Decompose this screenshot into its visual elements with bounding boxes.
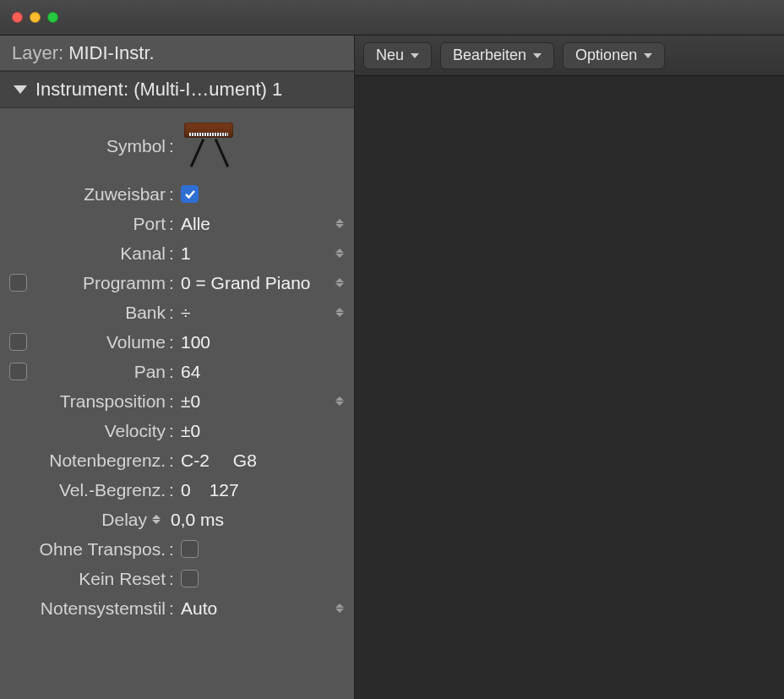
port-stepper[interactable] — [335, 219, 344, 228]
pan-value[interactable]: 64 — [179, 362, 346, 382]
bank-stepper[interactable] — [335, 308, 344, 317]
programm-label: Programm — [30, 273, 169, 293]
velocity-label: Velocity — [30, 421, 169, 441]
delay-value[interactable]: 0,0 ms — [169, 510, 346, 530]
notensystemstil-value[interactable]: Auto — [179, 598, 335, 619]
kanal-label: Kanal — [30, 243, 169, 264]
notensystemstil-stepper[interactable] — [335, 603, 344, 613]
environment-canvas[interactable]: Neu Bearbeiten Optionen 1234567891011121… — [355, 35, 784, 699]
section-title: Instrument: (Multi-I…ument) 1 — [35, 79, 282, 101]
transposition-label: Transposition — [30, 391, 169, 412]
chevron-down-icon — [644, 53, 652, 58]
port-value[interactable]: Alle — [179, 214, 335, 234]
symbol-picker[interactable] — [179, 119, 346, 173]
ohnetranspos-checkbox[interactable] — [181, 540, 199, 558]
notelimit-label: Notenbegrenz. — [30, 451, 169, 471]
window-controls — [12, 12, 58, 23]
vellimit-high[interactable]: 127 — [210, 480, 239, 500]
layer-key: Layer: — [12, 42, 63, 64]
notelimit-high[interactable]: G8 — [233, 451, 257, 471]
canvas-toolbar: Neu Bearbeiten Optionen — [355, 35, 784, 76]
symbol-label: Symbol — [30, 136, 169, 156]
bank-value[interactable]: ÷ — [179, 303, 335, 323]
transposition-stepper[interactable] — [335, 396, 344, 406]
keinreset-checkbox[interactable] — [181, 570, 199, 587]
pan-label: Pan — [30, 362, 169, 382]
ohnetranspos-label: Ohne Transpos. — [30, 539, 169, 560]
chevron-down-icon — [411, 53, 419, 58]
notensystemstil-label: Notensystemstil — [30, 598, 169, 619]
zuweisbar-label: Zuweisbar — [30, 184, 169, 205]
bank-label: Bank — [30, 303, 169, 323]
disclose-triangle-icon — [14, 85, 27, 94]
volume-label: Volume — [30, 332, 169, 352]
transposition-value[interactable]: ±0 — [179, 391, 335, 412]
volume-value[interactable]: 100 — [179, 332, 346, 352]
delay-mode-stepper[interactable] — [152, 515, 161, 524]
volume-enable-checkbox[interactable] — [9, 333, 27, 351]
bearbeiten-menu[interactable]: Bearbeiten — [440, 42, 554, 69]
programm-enable-checkbox[interactable] — [9, 274, 27, 292]
programm-value[interactable]: 0 = Grand Piano — [179, 273, 335, 293]
kanal-stepper[interactable] — [335, 248, 344, 258]
optionen-menu[interactable]: Optionen — [563, 42, 665, 69]
delay-label: Delay — [101, 510, 147, 530]
notelimit-low[interactable]: C-2 — [181, 451, 210, 471]
chevron-down-icon — [533, 53, 542, 58]
neu-menu[interactable]: Neu — [363, 42, 432, 69]
programm-stepper[interactable] — [335, 278, 344, 287]
window-titlebar — [0, 0, 784, 35]
velocity-value[interactable]: ±0 — [179, 421, 346, 441]
vellimit-label: Vel.-Begrenz. — [30, 480, 169, 500]
kanal-value[interactable]: 1 — [179, 243, 335, 264]
zuweisbar-checkbox[interactable] — [181, 185, 199, 203]
inspector-sidebar: Layer: MIDI-Instr. Instrument: (Multi-I…… — [0, 35, 355, 699]
section-header[interactable]: Instrument: (Multi-I…ument) 1 — [0, 71, 354, 108]
layer-value: MIDI-Instr. — [68, 42, 154, 64]
pan-enable-checkbox[interactable] — [9, 363, 27, 380]
layer-selector[interactable]: Layer: MIDI-Instr. — [0, 35, 354, 71]
keinreset-label: Kein Reset — [30, 569, 169, 589]
zoom-window-button[interactable] — [47, 12, 58, 23]
close-window-button[interactable] — [12, 12, 23, 23]
keyboard-stand-icon — [181, 119, 238, 173]
vellimit-low[interactable]: 0 — [181, 480, 191, 500]
port-label: Port — [30, 214, 169, 234]
minimize-window-button[interactable] — [30, 12, 41, 23]
